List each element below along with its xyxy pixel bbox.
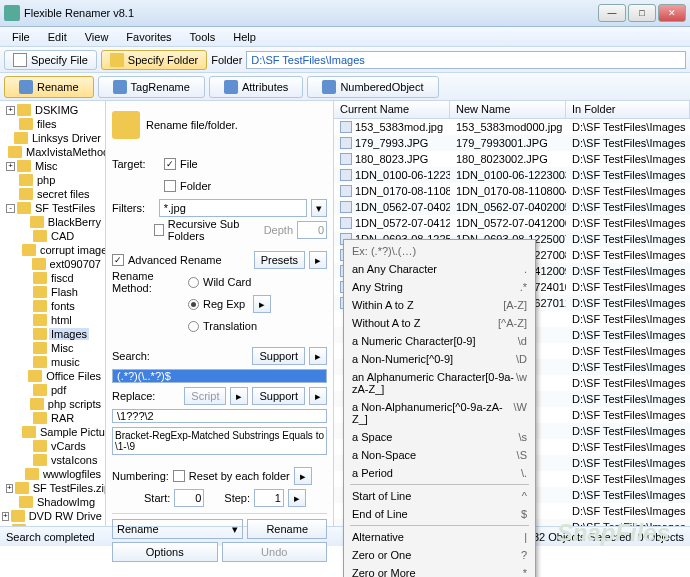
method-regexp-radio[interactable] [188, 299, 199, 310]
list-row[interactable]: 180_8023.JPG180_8023002.JPGD:\SF TestFil… [334, 151, 690, 167]
tab-attributes[interactable]: Attributes [209, 76, 303, 98]
menu-edit[interactable]: Edit [40, 29, 75, 45]
tree-item[interactable]: Misc [2, 341, 103, 355]
list-row[interactable]: 153_5383mod.jpg153_5383mod000.jpgD:\SF T… [334, 119, 690, 135]
tree-item[interactable]: pdf [2, 383, 103, 397]
tree-item[interactable]: fiscd [2, 271, 103, 285]
ctx-item[interactable]: Any String.* [346, 278, 533, 296]
replace-input[interactable] [112, 409, 327, 423]
ctx-item[interactable]: Zero or More* [346, 564, 533, 577]
tree-item[interactable]: BlackBerry [2, 215, 103, 229]
tree-item[interactable]: corrupt images [2, 243, 103, 257]
tree-item[interactable]: MaxIvistaMethod [2, 145, 103, 159]
tree-item[interactable]: +DSKIMG [2, 103, 103, 117]
tree-toggle-icon[interactable]: + [6, 106, 15, 115]
tree-item[interactable]: wwwlogfiles [2, 467, 103, 481]
tree-item[interactable]: CAD [2, 229, 103, 243]
script-arrow-icon[interactable]: ▸ [230, 387, 248, 405]
tree-item[interactable]: files [2, 117, 103, 131]
options-button[interactable]: Options [112, 542, 218, 562]
tree-toggle-icon[interactable]: + [6, 162, 15, 171]
ctx-item[interactable]: a Non-Numeric[^0-9]\D [346, 350, 533, 368]
ctx-item[interactable]: Within A to Z[A-Z] [346, 296, 533, 314]
tree-item[interactable]: php [2, 173, 103, 187]
ctx-item[interactable]: a Period\. [346, 464, 533, 482]
tree-item[interactable]: secret files [2, 187, 103, 201]
tree-item[interactable]: Linksys Driver [2, 131, 103, 145]
list-row[interactable]: 179_7993.JPG179_7993001.JPGD:\SF TestFil… [334, 135, 690, 151]
tree-item[interactable]: ShadowImg [2, 495, 103, 509]
tree-toggle-icon[interactable]: + [6, 484, 13, 493]
col-in-folder[interactable]: In Folder [566, 101, 690, 118]
tab-rename[interactable]: Rename [4, 76, 94, 98]
ctx-item[interactable]: Zero or One? [346, 546, 533, 564]
ctx-item[interactable]: a Numeric Character[0-9]\d [346, 332, 533, 350]
tree-item[interactable]: ext090707 [2, 257, 103, 271]
folder-tree[interactable]: +DSKIMGfilesLinksys DriverMaxIvistaMetho… [0, 101, 106, 526]
menu-favorites[interactable]: Favorites [118, 29, 179, 45]
ctx-item[interactable]: Without A to Z[^A-Z] [346, 314, 533, 332]
advanced-checkbox[interactable] [112, 254, 124, 266]
filters-input[interactable] [159, 199, 307, 217]
step-arrow-icon[interactable]: ▸ [288, 489, 306, 507]
target-folder-checkbox[interactable] [164, 180, 176, 192]
ctx-item[interactable]: a Non-Alphanumeric[^0-9a-zA-Z_]\W [346, 398, 533, 428]
menu-file[interactable]: File [4, 29, 38, 45]
tree-item[interactable]: music [2, 355, 103, 369]
ctx-item[interactable]: an Any Character. [346, 260, 533, 278]
tree-toggle-icon[interactable]: + [2, 512, 9, 521]
filters-dropdown-icon[interactable]: ▾ [311, 199, 327, 217]
tree-item[interactable]: php scripts [2, 397, 103, 411]
tree-item[interactable]: Images [2, 327, 103, 341]
tree-item[interactable]: Flash [2, 285, 103, 299]
undo-button[interactable]: Undo [222, 542, 328, 562]
regexp-arrow-icon[interactable]: ▸ [253, 295, 271, 313]
tab-tag-rename[interactable]: TagRename [98, 76, 205, 98]
col-new-name[interactable]: New Name [450, 101, 566, 118]
recursive-checkbox[interactable] [154, 224, 164, 236]
target-file-checkbox[interactable] [164, 158, 176, 170]
minimize-button[interactable]: — [598, 4, 626, 22]
maximize-button[interactable]: □ [628, 4, 656, 22]
method-translation-radio[interactable] [188, 321, 199, 332]
close-button[interactable]: ✕ [658, 4, 686, 22]
ctx-item[interactable]: a Space\s [346, 428, 533, 446]
ctx-item[interactable]: an Alphanumeric Character[0-9a-zA-Z_]\w [346, 368, 533, 398]
depth-input[interactable] [297, 221, 327, 239]
tree-toggle-icon[interactable]: + [2, 526, 10, 527]
tree-item[interactable]: +DVD RW Drive [2, 509, 103, 523]
tree-item[interactable]: RAR [2, 411, 103, 425]
ctx-item[interactable]: a Non-Space\S [346, 446, 533, 464]
tree-item[interactable]: html [2, 313, 103, 327]
tree-item[interactable]: Sample Pictures [2, 425, 103, 439]
specify-file-button[interactable]: Specify File [4, 50, 97, 70]
tree-item[interactable]: fonts [2, 299, 103, 313]
search-input[interactable] [112, 369, 327, 383]
specify-folder-button[interactable]: Specify Folder [101, 50, 207, 70]
tree-item[interactable]: +SF TestFiles.zip [2, 481, 103, 495]
presets-arrow-icon[interactable]: ▸ [309, 251, 327, 269]
step-input[interactable] [254, 489, 284, 507]
search-support-arrow-icon[interactable]: ▸ [309, 347, 327, 365]
menu-help[interactable]: Help [225, 29, 264, 45]
presets-button[interactable]: Presets [254, 251, 305, 269]
list-row[interactable]: 1DN_0572-07-0412.JPG1DN_0572-07-0412006.… [334, 215, 690, 231]
tree-item[interactable]: +Windows7 (F:) [2, 523, 103, 526]
script-button[interactable]: Script [184, 387, 226, 405]
tree-item[interactable]: Office Files [2, 369, 103, 383]
ctx-item[interactable]: End of Line$ [346, 505, 533, 523]
search-support-button[interactable]: Support [252, 347, 305, 365]
reset-folder-checkbox[interactable] [173, 470, 185, 482]
replace-support-arrow-icon[interactable]: ▸ [309, 387, 327, 405]
ctx-item[interactable]: Start of Line^ [346, 487, 533, 505]
tab-numbered-object[interactable]: NumberedObject [307, 76, 438, 98]
tree-item[interactable]: -SF TestFiles [2, 201, 103, 215]
list-row[interactable]: 1DN_0100-06-1223.jpg1DN_0100-06-1223003.… [334, 167, 690, 183]
tree-item[interactable]: vstaIcons [2, 453, 103, 467]
ctx-item[interactable]: Alternative| [346, 528, 533, 546]
start-input[interactable] [174, 489, 204, 507]
folder-path-input[interactable] [246, 51, 686, 69]
replace-support-button[interactable]: Support [252, 387, 305, 405]
numbering-arrow-icon[interactable]: ▸ [294, 467, 312, 485]
menu-view[interactable]: View [77, 29, 117, 45]
